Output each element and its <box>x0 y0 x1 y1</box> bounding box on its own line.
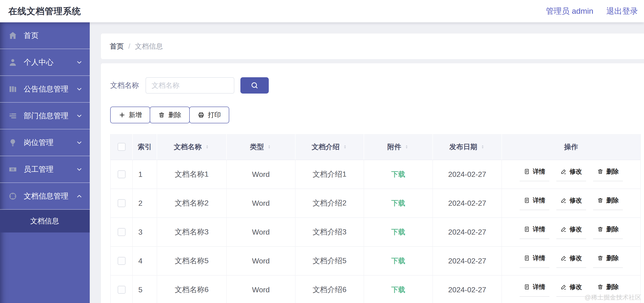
announcement-icon <box>8 84 18 94</box>
cell-type: Word <box>227 218 296 246</box>
action-label: 详情 <box>533 225 546 233</box>
cell-intro: 文档介绍5 <box>296 247 364 275</box>
logout-link[interactable]: 退出登录 <box>606 6 638 17</box>
edit-action-button[interactable]: 修改 <box>556 196 586 210</box>
sidebar-item-document[interactable]: 文档信息管理 <box>0 183 90 210</box>
search-button[interactable] <box>240 77 269 94</box>
download-link[interactable]: 下载 <box>391 198 405 208</box>
sort-icon <box>204 143 210 150</box>
user-icon <box>8 58 18 67</box>
column-header-attach[interactable]: 附件 <box>364 134 433 160</box>
edit-action-button[interactable]: 修改 <box>556 254 586 268</box>
sidebar-item-label: 文档信息管理 <box>24 191 76 201</box>
row-checkbox[interactable] <box>118 170 126 178</box>
cell-name: 文档名称5 <box>157 247 227 275</box>
select-all-checkbox[interactable] <box>118 143 126 151</box>
cell-name: 文档名称6 <box>157 275 227 303</box>
table-header-select-cell <box>111 134 133 160</box>
row-checkbox[interactable] <box>118 286 126 294</box>
delete-action-button[interactable]: 删除 <box>593 254 623 268</box>
action-underline <box>520 296 550 297</box>
table-body: 1文档名称1Word文档介绍1下载2024-02-27详情修改删除2文档名称2W… <box>111 160 640 303</box>
row-checkbox[interactable] <box>118 199 126 207</box>
action-underline <box>556 267 586 268</box>
download-link[interactable]: 下载 <box>391 227 405 237</box>
download-link[interactable]: 下载 <box>391 170 405 179</box>
cell-attachment: 下载 <box>364 160 433 188</box>
doc-icon <box>524 284 530 290</box>
cell-intro: 文档介绍1 <box>296 160 364 188</box>
top-bar: 在线文档管理系统 管理员 admin 退出登录 <box>0 0 644 22</box>
watermark: @稀土掘金技术社区 <box>585 293 641 301</box>
detail-action-button[interactable]: 详情 <box>520 225 550 239</box>
pen-icon <box>560 197 567 204</box>
table-row: 1文档名称1Word文档介绍1下载2024-02-27详情修改删除 <box>111 160 640 189</box>
admin-user-link[interactable]: 管理员 admin <box>546 6 593 17</box>
print-button-label: 打印 <box>208 111 221 119</box>
action-label: 修改 <box>570 196 582 205</box>
toolbar: 新增删除打印 <box>110 107 644 123</box>
pen-icon <box>560 226 567 232</box>
sidebar-item-employee[interactable]: 员工管理 <box>0 156 90 183</box>
cell-date: 2024-02-27 <box>433 160 502 188</box>
edit-action-button[interactable]: 修改 <box>556 283 586 297</box>
print-button[interactable]: 打印 <box>189 107 229 123</box>
detail-action-button[interactable]: 详情 <box>520 254 550 268</box>
row-select-cell <box>111 275 133 303</box>
detail-action-button[interactable]: 详情 <box>520 283 550 297</box>
action-label: 详情 <box>533 254 546 262</box>
search-label: 文档名称 <box>110 81 139 90</box>
column-header-date[interactable]: 发布日期 <box>433 134 502 160</box>
doc-icon <box>524 226 530 232</box>
sidebar-item-home[interactable]: 首页 <box>0 22 90 49</box>
cell-operations: 详情修改删除 <box>502 218 640 246</box>
download-link[interactable]: 下载 <box>391 256 405 266</box>
cell-date: 2024-02-27 <box>433 247 502 275</box>
sidebar-item-profile[interactable]: 个人中心 <box>0 49 90 76</box>
main-card: 文档名称 新增删除打印 索引文档名称类型文档介绍附件发布日期操作 1文档名称1W… <box>101 63 644 303</box>
row-select-cell <box>111 247 133 275</box>
action-content: 详情 <box>520 196 550 205</box>
row-checkbox[interactable] <box>118 228 126 236</box>
sidebar-item-label: 部门信息管理 <box>24 111 76 121</box>
sidebar-item-department[interactable]: 部门信息管理 <box>0 103 90 129</box>
row-select-cell <box>111 189 133 217</box>
column-header-label: 文档名称 <box>174 142 202 152</box>
delete-action-button[interactable]: 删除 <box>593 225 623 239</box>
delete-button[interactable]: 删除 <box>150 107 190 123</box>
action-underline <box>556 181 586 181</box>
search-input[interactable] <box>146 77 234 94</box>
detail-action-button[interactable]: 详情 <box>520 196 550 210</box>
chevron-down-icon <box>76 86 83 93</box>
delete-action-button[interactable]: 删除 <box>593 196 623 210</box>
download-link[interactable]: 下载 <box>391 285 405 295</box>
action-content: 删除 <box>593 225 623 233</box>
row-checkbox[interactable] <box>118 257 126 265</box>
breadcrumb-home[interactable]: 首页 <box>110 42 124 51</box>
app-window: 在线文档管理系统 管理员 admin 退出登录 首页个人中心公告信息管理部门信息… <box>0 0 644 303</box>
edit-action-button[interactable]: 修改 <box>556 225 586 239</box>
column-header-intro[interactable]: 文档介绍 <box>296 134 364 160</box>
sort-icon <box>480 143 485 150</box>
sidebar-subitem-document-info[interactable]: 文档信息 <box>0 210 90 232</box>
edit-action-button[interactable]: 修改 <box>556 167 586 181</box>
delete-action-button[interactable]: 删除 <box>593 167 623 181</box>
column-header-name[interactable]: 文档名称 <box>157 134 227 160</box>
sidebar: 首页个人中心公告信息管理部门信息管理岗位管理员工管理文档信息管理文档信息 <box>0 22 90 303</box>
printer-icon <box>198 112 204 118</box>
sidebar-item-announcement[interactable]: 公告信息管理 <box>0 76 90 103</box>
action-underline <box>593 181 623 181</box>
column-header-type[interactable]: 类型 <box>227 134 296 160</box>
doc-icon <box>524 197 530 204</box>
user-icon-wrap <box>8 58 18 67</box>
action-label: 详情 <box>533 196 546 205</box>
sidebar-item-label: 首页 <box>24 31 83 41</box>
action-label: 详情 <box>533 283 546 291</box>
add-button[interactable]: 新增 <box>110 107 150 123</box>
sidebar-item-position[interactable]: 岗位管理 <box>0 129 90 156</box>
detail-action-button[interactable]: 详情 <box>520 167 550 181</box>
cell-type: Word <box>227 247 296 275</box>
cell-index: 1 <box>133 160 157 188</box>
documents-table: 索引文档名称类型文档介绍附件发布日期操作 1文档名称1Word文档介绍1下载20… <box>110 134 641 303</box>
cell-index: 3 <box>133 218 157 246</box>
